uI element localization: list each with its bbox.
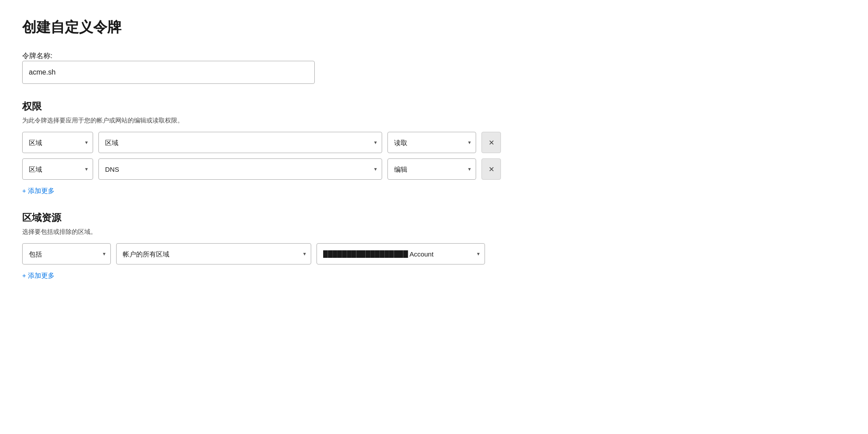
scope-select-wrapper-1: 区域 账户 ▾: [22, 132, 93, 153]
token-name-section: 令牌名称:: [22, 51, 846, 84]
permission-select-2[interactable]: 读取 编辑: [387, 158, 476, 180]
permission-select-wrapper-2: 读取 编辑 ▾: [387, 158, 476, 180]
zone-resources-section: 区域资源 选择要包括或排除的区域。 包括 排除 ▾ 帐户的所有区域 特定区域 ▾…: [22, 211, 846, 280]
all-zones-select-wrapper: 帐户的所有区域 特定区域 ▾: [116, 243, 311, 264]
token-name-label: 令牌名称:: [22, 52, 52, 59]
permission-select-1[interactable]: 读取 编辑: [387, 132, 476, 153]
include-select[interactable]: 包括 排除: [22, 243, 111, 264]
resource-select-1[interactable]: 区域 DNS 防火墙: [98, 132, 382, 153]
remove-permission-2-button[interactable]: ✕: [481, 158, 501, 180]
close-icon-2: ✕: [489, 165, 494, 174]
scope-select-1[interactable]: 区域 账户: [22, 132, 93, 153]
include-select-wrapper: 包括 排除 ▾: [22, 243, 111, 264]
all-zones-select[interactable]: 帐户的所有区域 特定区域: [116, 243, 311, 264]
add-more-zones-link[interactable]: + 添加更多: [22, 272, 55, 280]
zone-resources-description: 选择要包括或排除的区域。: [22, 228, 846, 236]
add-more-permissions-link[interactable]: + 添加更多: [22, 187, 55, 195]
remove-permission-1-button[interactable]: ✕: [481, 132, 501, 153]
account-select[interactable]: ██████████████████ Account: [317, 243, 485, 264]
permission-row-2: 区域 账户 ▾ 区域 DNS 防火墙 ▾ 读取 编辑 ▾ ✕: [22, 158, 846, 180]
permission-select-wrapper-1: 读取 编辑 ▾: [387, 132, 476, 153]
permission-row-1: 区域 账户 ▾ 区域 DNS 防火墙 ▾ 读取 编辑 ▾ ✕: [22, 132, 846, 153]
close-icon-1: ✕: [489, 138, 494, 147]
scope-select-2[interactable]: 区域 账户: [22, 158, 93, 180]
permissions-heading: 权限: [22, 100, 846, 113]
resource-select-2[interactable]: 区域 DNS 防火墙: [98, 158, 382, 180]
scope-select-wrapper-2: 区域 账户 ▾: [22, 158, 93, 180]
page-title: 创建自定义令牌: [22, 18, 846, 37]
permissions-section: 权限 为此令牌选择要应用于您的帐户或网站的编辑或读取权限。 区域 账户 ▾ 区域…: [22, 100, 846, 195]
account-select-wrapper: ██████████████████ Account ▾: [317, 243, 485, 264]
resource-select-wrapper-2: 区域 DNS 防火墙 ▾: [98, 158, 382, 180]
zone-resources-heading: 区域资源: [22, 211, 846, 225]
resource-select-wrapper-1: 区域 DNS 防火墙 ▾: [98, 132, 382, 153]
permissions-description: 为此令牌选择要应用于您的帐户或网站的编辑或读取权限。: [22, 117, 846, 125]
zone-resource-row-1: 包括 排除 ▾ 帐户的所有区域 特定区域 ▾ █████████████████…: [22, 243, 846, 264]
token-name-input[interactable]: [22, 61, 315, 84]
